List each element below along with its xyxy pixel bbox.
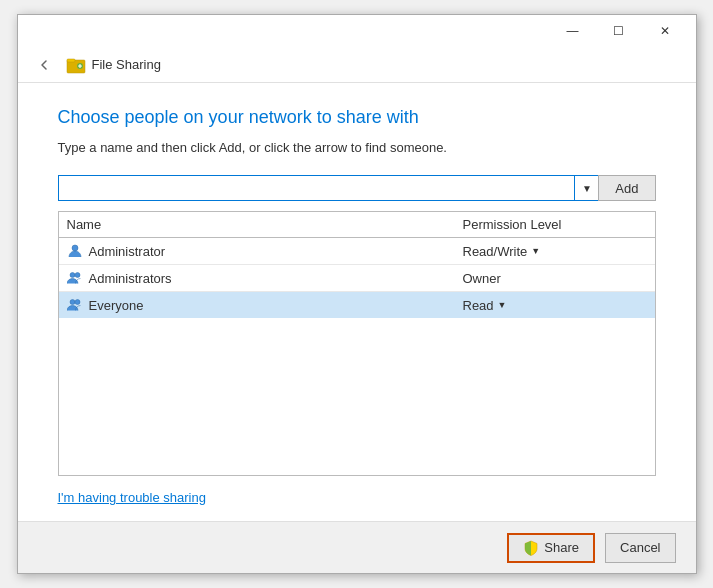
table-row[interactable]: Administrator Read/Write ▼ <box>59 238 655 265</box>
name-input[interactable] <box>58 175 575 201</box>
svg-point-6 <box>70 300 75 305</box>
svg-point-4 <box>70 273 75 278</box>
shield-icon <box>523 540 539 556</box>
footer: Share Cancel <box>18 521 696 573</box>
dropdown-arrow-button[interactable]: ▼ <box>574 175 598 201</box>
content-area: Choose people on your network to share w… <box>18 83 696 521</box>
column-name-header: Name <box>59 212 455 237</box>
table-row[interactable]: Administrators Owner <box>59 265 655 292</box>
back-button[interactable] <box>30 51 58 79</box>
users-table: Name Permission Level Administrator Read… <box>58 211 656 476</box>
row-perm-everyone: Read ▼ <box>455 293 655 318</box>
table-header: Name Permission Level <box>59 212 655 238</box>
close-button[interactable]: ✕ <box>642 15 688 47</box>
title-bar: — ☐ ✕ <box>18 15 696 47</box>
input-row: ▼ Add <box>58 175 656 201</box>
trouble-link[interactable]: I'm having trouble sharing <box>58 490 656 505</box>
svg-point-7 <box>75 300 80 305</box>
chevron-down-icon: ▼ <box>582 183 592 194</box>
row-name-administrators: Administrators <box>59 265 455 291</box>
table-row[interactable]: Everyone Read ▼ <box>59 292 655 318</box>
file-sharing-window: — ☐ ✕ File Sharing Choose people on your… <box>17 14 697 574</box>
row-name-administrator: Administrator <box>59 238 455 264</box>
maximize-button[interactable]: ☐ <box>596 15 642 47</box>
row-perm-administrator: Read/Write ▼ <box>455 239 655 264</box>
share-label: Share <box>544 540 579 555</box>
nav-icon <box>66 55 86 75</box>
multi-user-icon <box>67 270 83 286</box>
share-button[interactable]: Share <box>507 533 595 563</box>
page-subtitle: Type a name and then click Add, or click… <box>58 140 656 155</box>
svg-rect-1 <box>67 59 75 62</box>
svg-point-3 <box>72 245 78 251</box>
column-permission-header: Permission Level <box>455 212 655 237</box>
nav-bar: File Sharing <box>18 47 696 83</box>
perm-dropdown-icon[interactable]: ▼ <box>498 300 507 310</box>
row-name-everyone: Everyone <box>59 292 455 318</box>
page-heading: Choose people on your network to share w… <box>58 107 656 128</box>
title-bar-controls: — ☐ ✕ <box>550 15 688 47</box>
add-button[interactable]: Add <box>598 175 655 201</box>
single-user-icon <box>67 243 83 259</box>
everyone-user-icon <box>67 297 83 313</box>
minimize-button[interactable]: — <box>550 15 596 47</box>
perm-dropdown-icon[interactable]: ▼ <box>531 246 540 256</box>
svg-point-5 <box>75 273 80 278</box>
row-perm-administrators: Owner <box>455 266 655 291</box>
window-title: File Sharing <box>92 57 161 72</box>
cancel-button[interactable]: Cancel <box>605 533 675 563</box>
